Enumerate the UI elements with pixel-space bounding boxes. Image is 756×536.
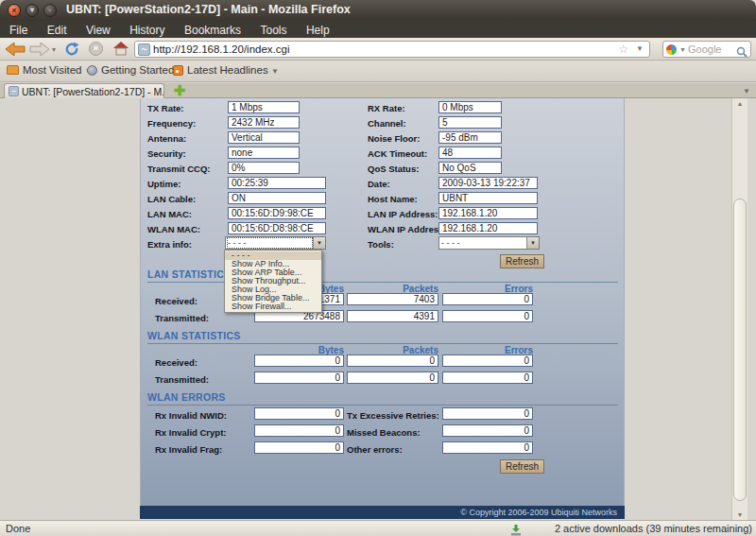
host-name-field[interactable] (438, 192, 538, 204)
row-label: Tx Excessive Retries: (347, 410, 439, 421)
lan-tx-packets-field[interactable] (347, 310, 438, 322)
field-label: ACK Timeout: (368, 148, 427, 159)
search-engine-dropdown-icon[interactable]: ▼ (679, 46, 686, 53)
extra-info-select[interactable]: - - - - ▼ (225, 236, 326, 250)
stop-icon[interactable]: × (89, 42, 103, 56)
wlan-ip-field[interactable] (438, 222, 538, 234)
home-icon[interactable] (113, 42, 129, 60)
copyright-footer: © Copyright 2006-2009 Ubiquiti Networks (140, 506, 625, 519)
tools-select[interactable]: - - - - ▼ (438, 236, 540, 250)
downloads-status[interactable]: 2 active downloads (39 minutes remaining… (555, 523, 752, 534)
wlan-errors-title: WLAN ERRORS (147, 391, 618, 406)
field-label: Uptime: (147, 179, 180, 189)
window-minimize-icon[interactable]: ▾ (26, 4, 39, 17)
field-label: Host Name: (368, 194, 418, 204)
scrollbar-thumb[interactable] (733, 199, 747, 501)
rx-invalid-nwid-field[interactable] (254, 407, 344, 420)
chevron-down-icon[interactable]: ▼ (313, 237, 325, 249)
field-label: WLAN MAC: (147, 224, 200, 234)
search-icon[interactable] (736, 44, 747, 61)
url-bar[interactable]: ~http://192.168.1.20/index.cgi ☆ ▼ (134, 41, 650, 58)
lan-statistics-title: LAN STATISTICS (147, 268, 618, 283)
field-label: Extra info: (147, 239, 192, 250)
window-maximize-icon[interactable]: ▫ (43, 4, 57, 17)
wlan-rx-packets-field[interactable] (347, 354, 438, 367)
lan-mac-field[interactable] (228, 207, 326, 219)
search-placeholder[interactable]: Google (688, 43, 721, 55)
channel-field[interactable] (438, 116, 502, 129)
url-dropdown-icon[interactable]: ▼ (636, 44, 644, 53)
rx-invalid-frag-field[interactable] (254, 441, 344, 454)
lan-tx-errors-field[interactable] (442, 310, 533, 322)
tab-title: UBNT: [PowerStation2-17D] - M... (22, 86, 164, 97)
chevron-down-icon[interactable]: ▼ (526, 237, 539, 249)
bookmarks-toolbar: Most Visited ▼ Getting Started Latest He… (0, 61, 756, 82)
menu-file[interactable]: File (2, 22, 35, 39)
row-label: Other errors: (347, 444, 403, 455)
date-field[interactable] (438, 177, 538, 189)
row-label: Transmitted: (155, 313, 209, 323)
wlan-rx-errors-field[interactable] (442, 354, 533, 367)
window-close-icon[interactable]: × (8, 4, 21, 17)
transmit-ccq-field[interactable] (228, 162, 300, 174)
menu-history[interactable]: History (122, 22, 172, 39)
bookmark-star-icon[interactable]: ☆ (618, 43, 628, 56)
list-all-tabs-icon[interactable]: ▼ (743, 87, 750, 95)
wlan-tx-bytes-field[interactable] (254, 372, 344, 384)
url-text[interactable]: http://192.168.1.20/index.cgi (153, 43, 290, 55)
field-label: QoS Status: (368, 164, 419, 174)
search-box[interactable]: ▼ Google (662, 41, 751, 58)
lan-rx-packets-field[interactable] (347, 293, 438, 305)
wlan-tx-packets-field[interactable] (347, 372, 438, 384)
downloads-icon[interactable] (510, 523, 522, 534)
window-titlebar[interactable]: × ▾ ▫ UBNT: [PowerStation2-17D] - Main -… (0, 0, 756, 21)
bookmark-most-visited[interactable]: Most Visited ▼ (7, 64, 93, 79)
frequency-field[interactable] (228, 116, 300, 129)
row-label: Rx Invalid Frag: (155, 444, 222, 455)
other-errors-field[interactable] (442, 441, 533, 454)
new-tab-icon[interactable]: ✚ (172, 83, 187, 98)
tab-ubnt-main[interactable]: ~UBNT: [PowerStation2-17D] - M... (4, 83, 164, 98)
forward-icon[interactable] (29, 43, 49, 60)
ack-timeout-field[interactable] (438, 147, 502, 159)
row-label: Rx Invalid Crypt: (155, 427, 227, 438)
wlan-mac-field[interactable] (228, 222, 326, 234)
history-dropdown-icon[interactable]: ▾ (52, 45, 56, 54)
bookmark-latest-headlines[interactable]: Latest Headlines ▼ (173, 64, 279, 79)
antenna-field[interactable] (228, 131, 300, 144)
security-field[interactable] (228, 147, 300, 159)
qos-status-field[interactable] (438, 162, 502, 174)
lan-rx-errors-field[interactable] (442, 293, 533, 305)
wlan-tx-errors-field[interactable] (442, 372, 533, 384)
menu-edit[interactable]: Edit (40, 22, 75, 39)
wlan-rx-bytes-field[interactable] (254, 354, 344, 367)
tx-rate-field[interactable] (228, 101, 300, 113)
menu-tools[interactable]: Tools (252, 22, 294, 39)
vertical-scrollbar[interactable]: ▲ ▼ (731, 98, 747, 520)
uptime-field[interactable] (228, 177, 326, 189)
status-text: Done (6, 523, 30, 534)
missed-beacons-field[interactable] (442, 424, 533, 437)
menu-bookmarks[interactable]: Bookmarks (177, 22, 249, 39)
airos-main-panel: TX Rate: Frequency: Antenna: Security: T… (140, 98, 625, 519)
scroll-up-icon[interactable]: ▲ (732, 100, 747, 107)
lan-ip-field[interactable] (438, 207, 538, 219)
rx-invalid-crypt-field[interactable] (254, 424, 344, 437)
menu-view[interactable]: View (78, 22, 118, 39)
browser-window: × ▾ ▫ UBNT: [PowerStation2-17D] - Main -… (0, 0, 756, 536)
dropdown-option[interactable]: Show Firewall... (225, 303, 321, 311)
reload-icon[interactable] (64, 42, 79, 61)
noise-floor-field[interactable] (438, 131, 502, 144)
refresh-button-top[interactable]: Refresh (500, 254, 544, 268)
bookmark-getting-started[interactable]: Getting Started (87, 64, 174, 79)
lan-cable-field[interactable] (228, 192, 326, 204)
rx-rate-field[interactable] (438, 101, 502, 113)
scroll-down-icon[interactable]: ▼ (732, 511, 747, 518)
menu-help[interactable]: Help (299, 22, 337, 39)
row-label: Rx Invalid NWID: (155, 410, 227, 421)
refresh-button-bottom[interactable]: Refresh (500, 459, 544, 474)
row-label: Missed Beacons: (347, 427, 421, 438)
window-title: UBNT: [PowerStation2-17D] - Main - Mozil… (66, 3, 351, 16)
tx-excessive-retries-field[interactable] (442, 407, 533, 420)
back-icon[interactable] (6, 43, 26, 60)
